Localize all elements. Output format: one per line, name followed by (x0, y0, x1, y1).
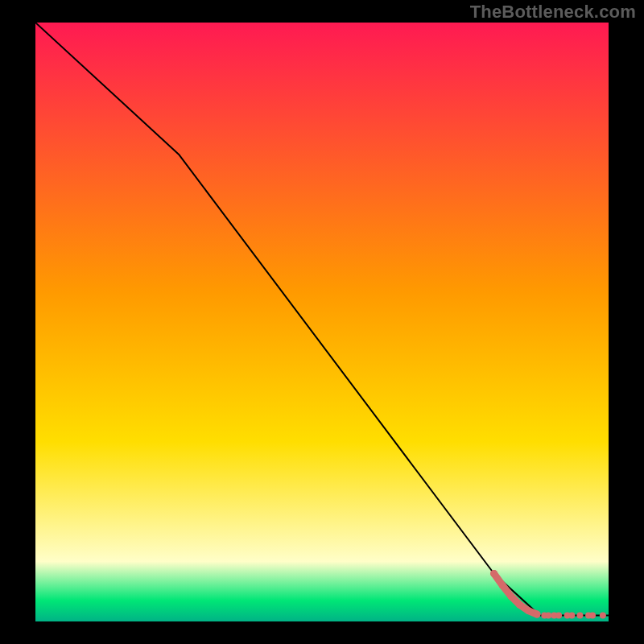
highlight-marker (490, 570, 497, 577)
gradient-background (35, 23, 609, 621)
highlight-marker (545, 613, 551, 619)
highlight-marker (534, 611, 541, 618)
highlight-marker (600, 613, 606, 619)
bottleneck-plot (35, 23, 609, 621)
chart-frame: TheBottleneck.com (0, 0, 644, 644)
highlight-marker (525, 607, 532, 614)
highlight-marker (508, 592, 515, 600)
highlight-marker (516, 601, 523, 609)
highlight-marker (589, 613, 596, 619)
highlight-marker (568, 613, 575, 619)
highlight-marker (555, 613, 562, 619)
highlight-marker (499, 582, 506, 589)
highlight-marker (576, 613, 583, 619)
watermark-text: TheBottleneck.com (470, 2, 636, 23)
